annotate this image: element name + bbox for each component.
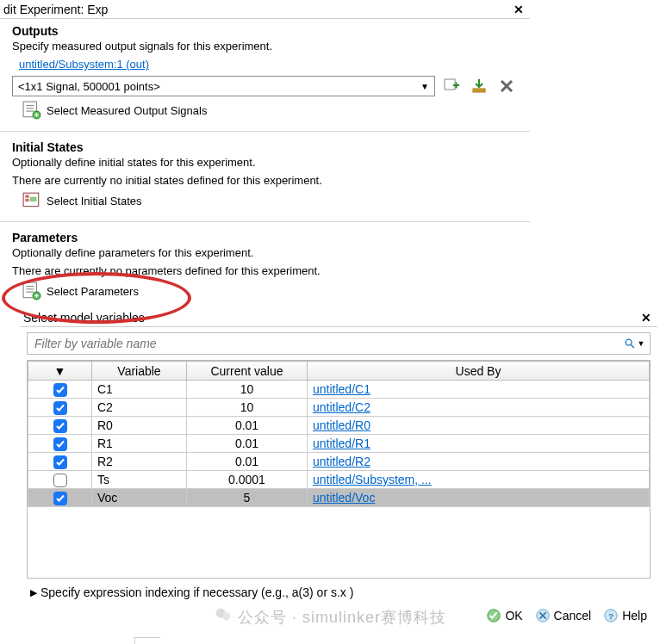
row-current-value: 0.01 <box>187 453 308 471</box>
used-by-link[interactable]: untitled/R2 <box>313 455 370 468</box>
checkbox-checked-icon[interactable] <box>53 401 67 415</box>
initial-states-section: Initial States Optionally define initial… <box>0 135 530 218</box>
initial-states-desc: Optionally define initial states for thi… <box>12 156 518 169</box>
row-current-value: 10 <box>187 399 308 417</box>
table-row[interactable]: R00.01untitled/R0 <box>28 417 650 435</box>
bottom-stub <box>134 637 160 644</box>
checkbox-checked-icon[interactable] <box>53 455 67 469</box>
row-checkbox-cell[interactable] <box>28 417 92 435</box>
ok-label: OK <box>505 609 522 622</box>
used-by-link[interactable]: untitled/Subsystem, ... <box>313 473 432 486</box>
row-variable: C2 <box>92 399 187 417</box>
table-row[interactable]: C110untitled/C1 <box>28 381 650 399</box>
row-current-value: 0.01 <box>187 417 308 435</box>
checkbox-unchecked-icon[interactable] <box>53 474 67 487</box>
annotation-circle <box>2 272 191 324</box>
row-used-by: untitled/C1 <box>308 381 650 399</box>
select-initial-states-label: Select Initial States <box>47 195 142 207</box>
table-row[interactable]: R10.01untitled/R1 <box>28 435 650 453</box>
checkbox-checked-icon[interactable] <box>53 437 67 451</box>
dialog-title: dit Experiment: Exp <box>3 3 511 16</box>
row-current-value: 0.0001 <box>187 471 308 489</box>
variables-table-wrap: ▼ Variable Current value Used By C110unt… <box>27 360 651 579</box>
checkbox-checked-icon[interactable] <box>53 419 67 433</box>
search-dropdown-button[interactable]: ▼ <box>619 333 650 354</box>
row-used-by: untitled/Subsystem, ... <box>308 471 650 489</box>
outputs-heading: Outputs <box>12 24 518 38</box>
row-checkbox-cell[interactable] <box>28 489 92 507</box>
close-icon[interactable]: ✕ <box>638 311 654 325</box>
edit-experiment-dialog: dit Experiment: Exp ✕ Outputs Specify me… <box>0 0 530 315</box>
used-by-link[interactable]: untitled/C2 <box>313 400 370 414</box>
row-variable: Voc <box>92 489 187 507</box>
signal-select[interactable]: <1x1 Signal, 500001 points> ▼ <box>12 76 435 96</box>
col-header-used-by[interactable]: Used By <box>308 362 650 381</box>
help-label: Help <box>622 609 647 622</box>
row-current-value: 0.01 <box>187 435 308 453</box>
row-checkbox-cell[interactable] <box>28 435 92 453</box>
import-signal-button[interactable] <box>468 76 490 96</box>
initial-states-heading: Initial States <box>12 140 518 154</box>
output-signal-link[interactable]: untitled/Subsystem:1 (out) <box>19 58 149 71</box>
svg-rect-11 <box>25 199 28 201</box>
svg-rect-10 <box>25 195 28 197</box>
delete-signal-button[interactable] <box>495 76 518 96</box>
button-row: OK Cancel ? Help <box>20 604 657 632</box>
table-row[interactable]: C210untitled/C2 <box>28 399 650 417</box>
expression-indexing-toggle[interactable]: ▶ Specify expression indexing if necessa… <box>30 585 647 599</box>
checkbox-checked-icon[interactable] <box>53 383 67 397</box>
row-current-value: 10 <box>187 381 308 399</box>
select-measured-outputs-button[interactable]: Select Measured Output Signals <box>22 102 518 119</box>
select-variables-dialog: Select model variables ✕ ▼ ▼ Variable Cu… <box>20 308 657 632</box>
parameters-desc: Optionally define parameters for this ex… <box>12 246 518 259</box>
chevron-down-icon: ▼ <box>638 339 645 348</box>
svg-rect-2 <box>456 83 458 89</box>
parameters-heading: Parameters <box>12 231 518 245</box>
svg-rect-3 <box>473 89 485 92</box>
row-current-value: 5 <box>187 489 308 507</box>
checkbox-checked-icon[interactable] <box>53 492 67 505</box>
row-used-by: untitled/R2 <box>308 453 650 471</box>
row-used-by: untitled/C2 <box>308 399 650 417</box>
row-used-by: untitled/R1 <box>308 435 650 453</box>
variables-table: ▼ Variable Current value Used By C110unt… <box>28 361 650 507</box>
row-checkbox-cell[interactable] <box>28 471 92 489</box>
row-variable: Ts <box>92 471 187 489</box>
row-variable: R2 <box>92 453 187 471</box>
chevron-right-icon: ▶ <box>30 587 37 598</box>
row-checkbox-cell[interactable] <box>28 381 92 399</box>
col-header-variable[interactable]: Variable <box>92 362 187 381</box>
row-used-by: untitled/R0 <box>308 417 650 435</box>
row-checkbox-cell[interactable] <box>28 399 92 417</box>
signal-select-value: <1x1 Signal, 500001 points> <box>18 80 160 93</box>
expression-indexing-label: Specify expression indexing if necessary… <box>40 585 353 599</box>
outputs-section: Outputs Specify measured output signals … <box>0 19 530 127</box>
ok-button[interactable]: OK <box>486 608 522 623</box>
row-variable: R1 <box>92 435 187 453</box>
help-button[interactable]: ? Help <box>603 608 647 623</box>
col-header-check[interactable]: ▼ <box>28 362 92 381</box>
filter-input[interactable] <box>28 333 619 354</box>
used-by-link[interactable]: untitled/Voc <box>313 491 375 505</box>
filter-row: ▼ <box>27 332 651 355</box>
dialog-titlebar: dit Experiment: Exp ✕ <box>0 0 530 19</box>
select-initial-states-button[interactable]: Select Initial States <box>22 192 518 209</box>
svg-line-19 <box>631 344 634 348</box>
add-signal-button[interactable] <box>440 76 463 96</box>
svg-point-18 <box>626 339 632 345</box>
row-checkbox-cell[interactable] <box>28 453 92 471</box>
table-row[interactable]: R20.01untitled/R2 <box>28 453 650 471</box>
used-by-link[interactable]: untitled/R1 <box>313 437 370 450</box>
states-icon <box>22 192 41 209</box>
chevron-down-icon: ▼ <box>420 82 429 91</box>
svg-text:?: ? <box>608 611 613 621</box>
edit-list-icon <box>22 102 41 119</box>
cancel-button[interactable]: Cancel <box>535 608 592 623</box>
signal-row: <1x1 Signal, 500001 points> ▼ <box>12 76 518 96</box>
col-header-current-value[interactable]: Current value <box>187 362 308 381</box>
used-by-link[interactable]: untitled/R0 <box>313 418 370 432</box>
table-row[interactable]: Ts0.0001untitled/Subsystem, ... <box>28 471 650 489</box>
used-by-link[interactable]: untitled/C1 <box>313 382 370 396</box>
table-row[interactable]: Voc5untitled/Voc <box>28 489 650 507</box>
close-icon[interactable]: ✕ <box>511 3 526 16</box>
